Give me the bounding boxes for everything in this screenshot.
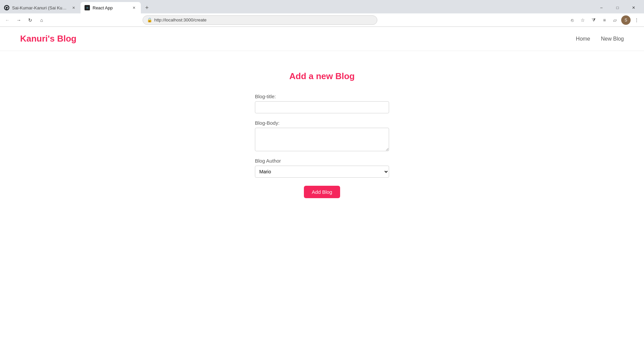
nav-links: Home New Blog bbox=[576, 36, 624, 42]
react-favicon-icon: ⚛ bbox=[85, 5, 90, 10]
url-bar[interactable]: 🔒 http://localhost:3000/create bbox=[143, 15, 377, 25]
avatar[interactable]: S bbox=[621, 15, 631, 25]
form-title: Add a new Blog bbox=[289, 71, 355, 81]
new-tab-button[interactable]: + bbox=[142, 3, 152, 12]
bookmark-icon[interactable]: ☆ bbox=[578, 15, 588, 25]
reload-button[interactable]: ↻ bbox=[25, 15, 35, 25]
blog-form: Blog-title: Blog-Body: Blog Author Mario… bbox=[255, 94, 389, 198]
nav-link-home[interactable]: Home bbox=[576, 36, 590, 42]
tab-github-title: Sai-Kumar-Kanuri (Sai Kumar Ka... bbox=[12, 5, 68, 10]
tab-github[interactable]: Sai-Kumar-Kanuri (Sai Kumar Ka... ✕ bbox=[0, 2, 80, 13]
brand-logo[interactable]: Kanuri's Blog bbox=[20, 34, 76, 44]
minimize-button[interactable]: – bbox=[594, 2, 609, 13]
window-controls: – □ ✕ bbox=[594, 2, 644, 13]
blog-title-label: Blog-title: bbox=[255, 94, 389, 99]
blog-body-textarea[interactable] bbox=[255, 128, 389, 151]
close-button[interactable]: ✕ bbox=[626, 2, 641, 13]
address-bar: ← → ↻ ⌂ 🔒 http://localhost:3000/create ⎋… bbox=[0, 13, 644, 27]
navbar: Kanuri's Blog Home New Blog bbox=[0, 27, 644, 51]
github-favicon-icon bbox=[4, 5, 9, 10]
cast-icon[interactable]: ⎋ bbox=[568, 15, 577, 25]
extension-icon[interactable]: ⧩ bbox=[589, 15, 598, 25]
back-button[interactable]: ← bbox=[3, 15, 12, 25]
blog-body-label: Blog-Body: bbox=[255, 120, 389, 126]
menu-icon[interactable]: ⋮ bbox=[632, 15, 641, 25]
blog-author-label: Blog Author bbox=[255, 158, 389, 164]
tab-react-close[interactable]: ✕ bbox=[131, 5, 137, 11]
address-end-icons: ⎋ ☆ ⧩ ≡ ▱ S ⋮ bbox=[568, 15, 641, 25]
tab-react-title: React App bbox=[93, 5, 128, 10]
url-text: http://localhost:3000/create bbox=[154, 17, 207, 22]
main-content: Add a new Blog Blog-title: Blog-Body: Bl… bbox=[0, 51, 644, 198]
blog-author-select[interactable]: Mario Luigi Yoshi bbox=[255, 166, 389, 178]
tab-bar: Sai-Kumar-Kanuri (Sai Kumar Ka... ✕ ⚛ Re… bbox=[0, 0, 644, 13]
readinglist-icon[interactable]: ≡ bbox=[600, 15, 609, 25]
app-content: Kanuri's Blog Home New Blog Add a new Bl… bbox=[0, 27, 644, 342]
maximize-button[interactable]: □ bbox=[610, 2, 625, 13]
home-button[interactable]: ⌂ bbox=[37, 15, 46, 25]
nav-link-new-blog[interactable]: New Blog bbox=[601, 36, 624, 42]
tab-react[interactable]: ⚛ React App ✕ bbox=[80, 2, 141, 13]
forward-button[interactable]: → bbox=[14, 15, 23, 25]
tab-github-close[interactable]: ✕ bbox=[70, 5, 76, 11]
add-blog-button[interactable]: Add Blog bbox=[304, 186, 340, 198]
splitscreen-icon[interactable]: ▱ bbox=[610, 15, 620, 25]
browser-chrome: Sai-Kumar-Kanuri (Sai Kumar Ka... ✕ ⚛ Re… bbox=[0, 0, 644, 27]
blog-title-input[interactable] bbox=[255, 101, 389, 113]
